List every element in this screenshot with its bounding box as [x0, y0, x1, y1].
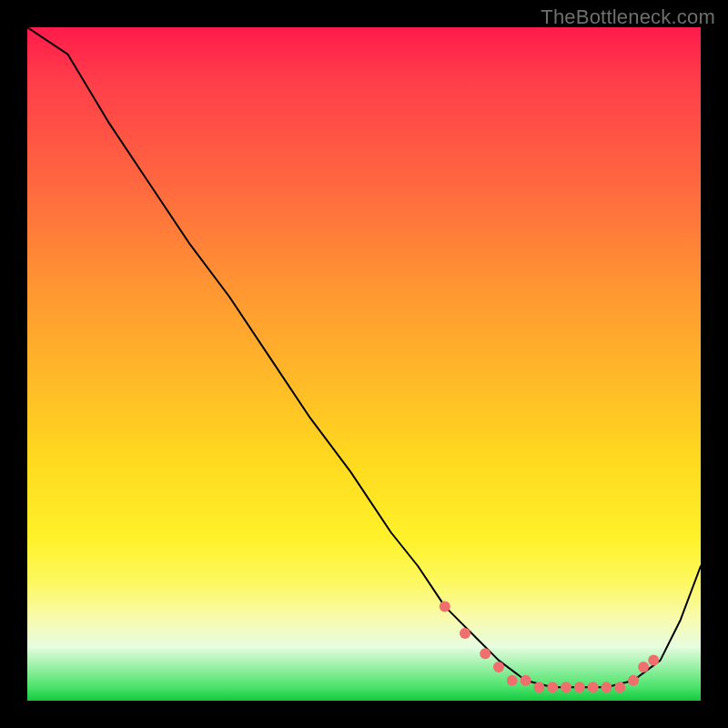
- chart-frame: TheBottleneck.com: [0, 0, 728, 728]
- attribution-watermark: TheBottleneck.com: [541, 5, 715, 29]
- plot-background: [27, 27, 701, 701]
